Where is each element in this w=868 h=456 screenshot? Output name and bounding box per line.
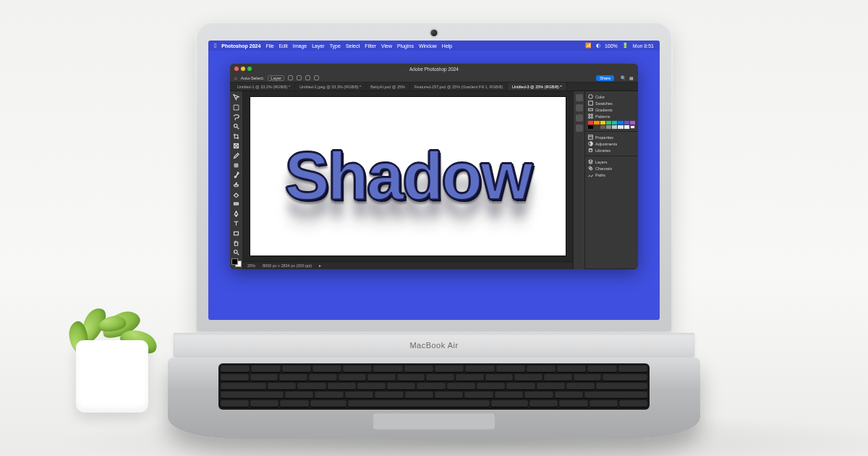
menu-window[interactable]: Window [419, 43, 437, 48]
macos-menubar[interactable]:  Photoshop 2024 File Edit Image Layer T… [208, 41, 660, 51]
zoom-icon[interactable] [247, 67, 252, 71]
panel-tab-color[interactable]: Color [595, 95, 605, 99]
gradients-icon [588, 107, 593, 112]
webcam [431, 30, 438, 36]
home-icon[interactable]: ⌂ [234, 76, 237, 80]
svg-rect-10 [589, 135, 593, 140]
chevron-right-icon[interactable]: ▸ [319, 263, 321, 268]
move-tool[interactable] [231, 93, 241, 101]
laptop-base [168, 358, 700, 439]
panel-tab-properties[interactable]: Properties [595, 135, 613, 140]
menu-view[interactable]: View [381, 43, 392, 48]
photoshop-canvas-area[interactable]: Shadow [243, 91, 573, 261]
photoshop-options-bar[interactable]: ⌂ Auto-Select: Layer Share 🔍 ▦ [230, 74, 638, 83]
panel-tab-libraries[interactable]: Libraries [595, 148, 610, 153]
document-tab[interactable]: Untitled-2.jpeg @ 33.3% (RGB/8) * [295, 83, 366, 90]
document-tab-active[interactable]: Untitled-3 @ 25% (RGB/8) * [508, 83, 567, 90]
control-center-icon[interactable]: ◐ [596, 43, 600, 48]
menubar-status-area: 📶 ◐ 100% 🔋 Mon 8:51 [585, 43, 654, 48]
align-center-icon[interactable] [297, 75, 302, 80]
distribute-icon[interactable] [314, 75, 319, 80]
align-right-icon[interactable] [305, 75, 310, 80]
photoshop-toolbar[interactable] [230, 91, 243, 269]
close-icon[interactable] [234, 67, 239, 71]
panel-tab-channels[interactable]: Channels [595, 166, 612, 171]
gradient-tool[interactable] [231, 200, 241, 208]
menu-type[interactable]: Type [330, 43, 341, 48]
foreground-background-colors[interactable] [231, 258, 242, 267]
adjustments-icon [588, 141, 593, 146]
menu-layer[interactable]: Layer [312, 43, 325, 48]
crop-tool[interactable] [231, 132, 241, 140]
svg-rect-5 [234, 232, 239, 235]
menu-image[interactable]: Image [293, 43, 307, 48]
hand-tool[interactable] [231, 239, 241, 247]
menu-help[interactable]: Help [442, 43, 452, 48]
workspace-icon[interactable]: ▦ [629, 75, 634, 80]
document-tab[interactable]: Untitled-1 @ 33.2% (RGB/8) * [233, 83, 295, 90]
swatches-grid[interactable] [588, 121, 635, 129]
eraser-tool[interactable] [231, 190, 241, 198]
panel-icon[interactable] [576, 94, 583, 101]
panel-group-layers[interactable]: Layers Channels Paths [585, 156, 638, 269]
zoom-tool[interactable] [231, 248, 241, 256]
panel-group-color[interactable]: Color Swatches Gradients Patterns [585, 91, 638, 132]
healing-brush-tool[interactable] [231, 161, 241, 169]
battery-icon[interactable]: 🔋 [622, 43, 629, 48]
document-tab[interactable]: Featured-JST.psd @ 25% (Gradient Fill 1,… [410, 83, 508, 90]
lasso-tool[interactable] [231, 113, 241, 121]
share-button[interactable]: Share [596, 75, 614, 81]
svg-rect-9 [589, 109, 593, 111]
menu-select[interactable]: Select [346, 43, 359, 48]
plant-pot [76, 340, 148, 413]
panel-tab-gradients[interactable]: Gradients [595, 108, 613, 112]
panel-tab-adjustments[interactable]: Adjustments [595, 142, 617, 146]
window-traffic-lights[interactable] [234, 67, 252, 71]
eyedropper-tool[interactable] [231, 151, 241, 159]
options-auto-select-mode[interactable]: Layer [268, 75, 284, 81]
marquee-tool[interactable] [231, 103, 241, 111]
swatches-icon [588, 101, 593, 106]
photoshop-titlebar[interactable]: Adobe Photoshop 2024 [230, 64, 638, 74]
svg-point-6 [234, 250, 238, 254]
align-left-icon[interactable] [288, 75, 293, 80]
battery-percent[interactable]: 100% [605, 43, 618, 48]
panel-icon[interactable] [576, 124, 583, 132]
clone-stamp-tool[interactable] [231, 181, 241, 189]
canvas-text-shadow[interactable]: Shadow [285, 138, 532, 214]
frame-tool[interactable] [231, 142, 241, 150]
panel-group-properties[interactable]: Properties Adjustments Libraries [585, 132, 638, 156]
panel-tab-swatches[interactable]: Swatches [595, 101, 613, 106]
quick-select-tool[interactable] [231, 122, 241, 130]
wifi-icon[interactable]: 📶 [585, 43, 592, 48]
pen-tool[interactable] [231, 210, 241, 218]
photoshop-panel-dock[interactable]: Color Swatches Gradients Patterns [573, 91, 638, 269]
minimize-icon[interactable] [241, 67, 245, 71]
svg-rect-0 [234, 105, 239, 110]
photoshop-status-bar[interactable]: 25% 8000 px x 2834 px (300 ppi) ▸ [243, 261, 573, 269]
type-tool[interactable] [231, 219, 241, 227]
panel-icon[interactable] [576, 104, 583, 111]
document-tab[interactable]: BettyAI.psd @ 25% [366, 83, 410, 90]
menu-file[interactable]: File [265, 43, 273, 48]
photoshop-document-tabs[interactable]: Untitled-1 @ 33.2% (RGB/8) * Untitled-2.… [230, 83, 638, 91]
menu-filter[interactable]: Filter [365, 43, 376, 48]
rectangle-tool[interactable] [231, 229, 241, 237]
collapsed-panel-strip[interactable] [574, 91, 585, 269]
menu-edit[interactable]: Edit [279, 43, 288, 48]
photoshop-canvas[interactable]: Shadow [250, 97, 566, 256]
panel-tab-patterns[interactable]: Patterns [595, 114, 610, 119]
succulent-plant [54, 253, 170, 413]
panel-tab-layers[interactable]: Layers [595, 160, 608, 164]
panel-tab-paths[interactable]: Paths [595, 173, 605, 177]
menubar-app-name[interactable]: Photoshop 2024 [221, 43, 260, 48]
svg-point-7 [589, 95, 593, 99]
menubar-clock[interactable]: Mon 8:51 [633, 43, 654, 48]
status-zoom[interactable]: 25% [247, 263, 255, 268]
panel-icon[interactable] [576, 114, 583, 122]
brush-tool[interactable] [231, 171, 241, 179]
laptop-trackpad [373, 413, 495, 430]
menu-plugins[interactable]: Plugins [397, 43, 414, 48]
search-icon[interactable]: 🔍 [621, 75, 626, 80]
apple-menu-icon[interactable]:  [214, 42, 216, 49]
